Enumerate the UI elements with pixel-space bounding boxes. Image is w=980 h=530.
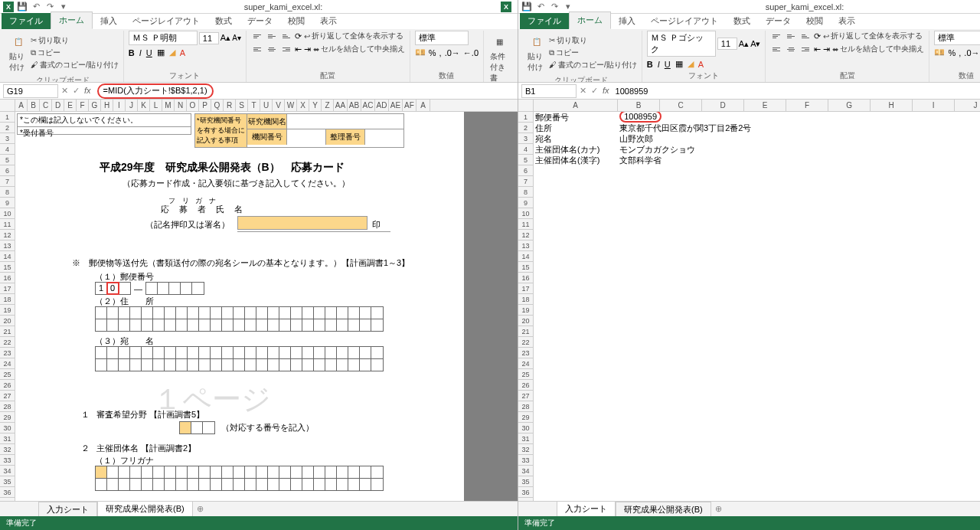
row-header[interactable]: 33: [518, 455, 533, 466]
col-header[interactable]: D: [702, 100, 744, 111]
align-left-icon[interactable]: [251, 44, 263, 54]
row-header[interactable]: 4: [518, 144, 533, 155]
accounting-format-icon[interactable]: 💴: [415, 47, 426, 57]
undo-icon[interactable]: ↶: [31, 2, 41, 12]
row-header[interactable]: 22: [518, 337, 533, 348]
row-header[interactable]: 2: [0, 123, 15, 133]
row-header[interactable]: 7: [0, 176, 15, 187]
font-size-select[interactable]: 11: [199, 32, 219, 44]
sheet-tab-form[interactable]: 研究成果公開発表(B): [616, 502, 711, 517]
col-header[interactable]: F: [77, 100, 89, 111]
row-header[interactable]: 23: [0, 348, 15, 358]
tab-file[interactable]: ファイル: [2, 13, 51, 29]
increase-font-icon[interactable]: A▴: [739, 39, 749, 49]
name-box[interactable]: B1: [521, 84, 577, 98]
row-header[interactable]: 15: [518, 262, 533, 273]
indent-decrease-icon[interactable]: ⇤: [814, 44, 821, 54]
row-header[interactable]: 10: [0, 208, 15, 219]
align-top-icon[interactable]: [770, 31, 782, 41]
row-header[interactable]: 6: [518, 165, 533, 176]
col-header[interactable]: I: [113, 100, 126, 111]
tab-home[interactable]: ホーム: [569, 11, 611, 29]
sheet-tab-form[interactable]: 研究成果公開発表(B): [97, 501, 193, 518]
row-header[interactable]: 32: [518, 444, 533, 455]
row-header[interactable]: 32: [0, 444, 15, 455]
row-header[interactable]: 8: [0, 187, 15, 198]
merge-center-button[interactable]: ⬌セルを結合して中央揃え: [313, 44, 405, 54]
col-header[interactable]: R: [224, 100, 236, 111]
col-header[interactable]: AD: [375, 100, 389, 111]
tab-insert[interactable]: 挿入: [611, 13, 643, 29]
row-header[interactable]: 25: [0, 369, 15, 380]
comma-format-icon[interactable]: ,: [959, 48, 961, 57]
align-middle-icon[interactable]: [266, 31, 278, 41]
col-header[interactable]: B: [28, 100, 40, 111]
row-header[interactable]: 28: [0, 401, 15, 412]
font-name-select[interactable]: ＭＳ Ｐ明朝: [129, 31, 198, 45]
col-header[interactable]: F: [786, 100, 828, 111]
formula-input[interactable]: =MID(入力シート!$B$1,2,1): [94, 82, 514, 100]
row-header[interactable]: 9: [518, 198, 533, 208]
font-color-button[interactable]: A: [180, 48, 185, 57]
cancel-icon[interactable]: ✕: [580, 86, 586, 96]
tab-insert[interactable]: 挿入: [93, 13, 125, 29]
row-header[interactable]: 11: [0, 219, 15, 230]
tab-layout[interactable]: ページレイアウト: [125, 13, 207, 29]
col-header[interactable]: H: [871, 100, 913, 111]
row-header[interactable]: 31: [518, 433, 533, 444]
row-header[interactable]: 13: [0, 240, 15, 251]
row-header[interactable]: 28: [518, 401, 533, 412]
tab-review[interactable]: 校閲: [280, 13, 312, 29]
format-painter-button[interactable]: 🖌書式のコピー/貼り付け: [549, 60, 637, 70]
col-header[interactable]: E: [64, 100, 77, 111]
row-header[interactable]: 25: [518, 369, 533, 380]
fx-icon[interactable]: fx: [603, 86, 609, 96]
col-header[interactable]: AE: [389, 100, 403, 111]
comma-format-icon[interactable]: ,: [439, 48, 442, 57]
col-header[interactable]: L: [150, 100, 162, 111]
col-header[interactable]: Z: [322, 100, 334, 111]
row-header[interactable]: 22: [0, 337, 15, 348]
col-header[interactable]: I: [913, 100, 955, 111]
row-header[interactable]: 11: [518, 219, 533, 230]
cut-button[interactable]: ✂切り取り: [549, 35, 637, 46]
bold-button[interactable]: B: [129, 48, 135, 57]
col-header[interactable]: J: [955, 100, 980, 111]
row-header[interactable]: 16: [518, 273, 533, 283]
decrease-font-icon[interactable]: A▾: [750, 39, 760, 49]
row-header[interactable]: 26: [518, 380, 533, 391]
percent-format-icon[interactable]: %: [429, 48, 436, 57]
align-center-icon[interactable]: [266, 44, 278, 54]
row-header[interactable]: 19: [0, 305, 15, 316]
row-header[interactable]: 17: [518, 283, 533, 294]
worksheet-area[interactable]: 1234567891011121314151617181920212223242…: [518, 112, 980, 501]
row-header[interactable]: 37: [0, 498, 15, 501]
col-header[interactable]: B: [618, 100, 660, 111]
col-header[interactable]: G: [828, 100, 871, 111]
increase-font-icon[interactable]: A▴: [220, 33, 230, 43]
format-painter-button[interactable]: 🖌書式のコピー/貼り付け: [31, 60, 119, 70]
font-name-select[interactable]: ＭＳ Ｐゴシック: [647, 31, 716, 57]
paste-button[interactable]: 📋 貼り付け: [8, 31, 29, 74]
bold-button[interactable]: B: [647, 60, 653, 69]
indent-increase-icon[interactable]: ⇥: [823, 44, 830, 54]
row-header[interactable]: 20: [518, 316, 533, 326]
tab-home[interactable]: ホーム: [51, 11, 93, 29]
fx-icon[interactable]: fx: [84, 86, 91, 96]
font-size-select[interactable]: 11: [717, 38, 737, 50]
redo-icon[interactable]: ↷: [549, 2, 560, 12]
formula-input[interactable]: 1008959: [612, 85, 980, 97]
col-header[interactable]: H: [101, 100, 113, 111]
fill-color-button[interactable]: ◢: [688, 59, 694, 69]
conditional-format-button[interactable]: ▦条件付き書: [488, 31, 510, 83]
row-header[interactable]: 33: [0, 455, 15, 466]
row-header[interactable]: 35: [0, 476, 15, 487]
row-header[interactable]: 14: [0, 251, 15, 262]
row-header[interactable]: 6: [0, 165, 15, 176]
tab-review[interactable]: 校閲: [799, 13, 831, 29]
select-all-corner[interactable]: [518, 100, 534, 111]
col-header[interactable]: AF: [403, 100, 416, 111]
qat-dropdown-icon[interactable]: ▾: [563, 2, 573, 12]
row-header[interactable]: 21: [0, 326, 15, 337]
row-header[interactable]: 19: [518, 305, 533, 316]
